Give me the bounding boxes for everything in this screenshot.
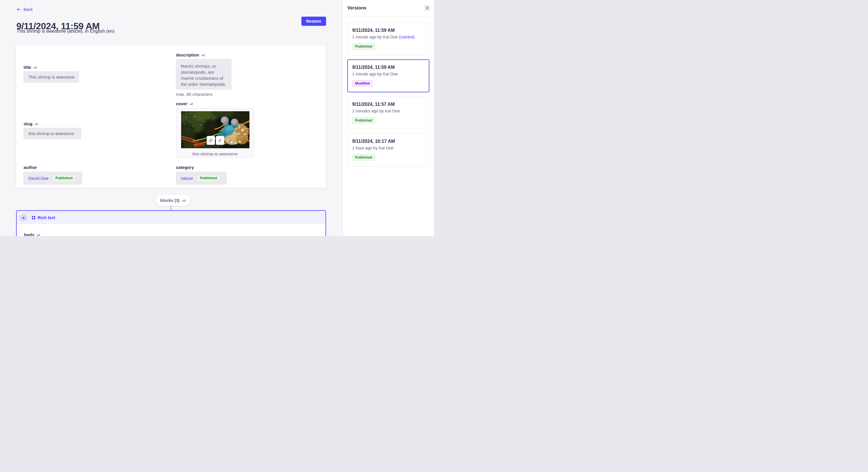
version-status-badge: Published	[352, 117, 375, 124]
version-status-badge: Published	[352, 154, 375, 161]
globe-icon	[189, 102, 193, 105]
cover-actions	[181, 136, 249, 145]
version-history-page: Back 9/11/2024, 11:59 AM This shrimp is …	[0, 0, 434, 236]
cover-edit-button[interactable]	[216, 136, 224, 145]
globe-icon	[201, 53, 205, 57]
category-status-badge: Published	[197, 175, 220, 181]
version-meta: 1 minute ago by Kai Doe	[352, 72, 425, 76]
collapse-toggle-button[interactable]	[20, 214, 27, 222]
arrow-left-icon	[17, 7, 21, 12]
cover-copy-link-button[interactable]	[207, 136, 215, 145]
title-input: This shrimp is awesome	[24, 71, 79, 82]
blocks-field-pill[interactable]: blocks (3)	[155, 195, 191, 206]
version-meta: 1 minute ago by Kai Doe (current)	[352, 35, 425, 39]
title-field: title This shrimp is awesome	[24, 65, 79, 82]
description-field: description Mantis shrimps, or stomatopo…	[176, 53, 231, 97]
cover-filename: this-shrimp-is-awesome	[176, 151, 254, 156]
description-hint: max. 80 characters	[176, 92, 231, 97]
cover-label: cover	[176, 101, 187, 106]
globe-icon	[182, 198, 186, 202]
version-card[interactable]: 9/11/2024, 11:59 AM 1 minute ago by Kai …	[347, 22, 429, 55]
page-subtitle: This shrimp is awesome (article), in Eng…	[17, 29, 115, 34]
cover-field: cover	[176, 101, 254, 158]
back-label: Back	[24, 7, 33, 12]
back-link[interactable]: Back	[17, 7, 33, 12]
author-status-badge: Published	[53, 175, 75, 181]
rich-text-component: Rich text body	[16, 210, 326, 236]
category-relation-link[interactable]: nature	[181, 176, 193, 181]
description-textarea: Mantis shrimps, or stomatopods, are mari…	[176, 59, 231, 90]
versions-list: 9/11/2024, 11:59 AM 1 minute ago by Kai …	[343, 16, 434, 172]
main-content: Back 9/11/2024, 11:59 AM This shrimp is …	[0, 0, 342, 236]
rich-text-header[interactable]: Rich text	[17, 211, 326, 224]
globe-icon	[34, 122, 38, 126]
category-relation-box: nature Published	[176, 172, 227, 184]
version-status-badge: Modified	[352, 80, 373, 87]
slug-field: slug this-shrimp-is-awesome	[24, 121, 81, 139]
body-label: body	[24, 232, 34, 236]
version-meta: 1 hour ago by Kai Doe	[352, 146, 425, 150]
version-card[interactable]: 9/11/2024, 11:57 AM 2 minutes ago by Kai…	[347, 96, 429, 129]
globe-icon	[33, 65, 37, 69]
version-card[interactable]: 9/11/2024, 10:17 AM 1 hour ago by Kai Do…	[347, 133, 429, 166]
versions-title: Versions	[347, 5, 367, 11]
version-card[interactable]: 9/11/2024, 11:59 AM 1 minute ago by Kai …	[347, 59, 429, 92]
version-current-label: (current)	[399, 35, 415, 39]
versions-sidebar: Versions 4 9/11/2024, 11:59 AM 1 minute …	[342, 0, 434, 236]
cover-image	[181, 111, 249, 148]
pencil-icon	[218, 138, 222, 142]
version-date: 9/11/2024, 11:59 AM	[352, 65, 425, 70]
link-icon	[209, 138, 213, 142]
slug-input: this-shrimp-is-awesome	[24, 128, 81, 139]
chevron-up-icon	[22, 217, 25, 218]
version-date: 9/11/2024, 10:17 AM	[352, 139, 425, 144]
versions-count-badge: 4	[424, 5, 430, 11]
author-label: author	[24, 165, 37, 170]
versions-header: Versions 4	[343, 0, 434, 16]
category-field: category nature Published	[176, 165, 227, 184]
author-field: author David Doe Published	[24, 165, 82, 184]
component-grid-icon	[32, 216, 35, 220]
title-label: title	[24, 65, 31, 70]
author-relation-link[interactable]: David Doe	[28, 176, 49, 181]
globe-icon	[36, 233, 40, 236]
version-status-badge: Published	[352, 43, 375, 50]
version-date: 9/11/2024, 11:57 AM	[352, 102, 425, 107]
blocks-connector	[170, 205, 172, 210]
restore-button[interactable]: Restore	[301, 16, 326, 26]
slug-label: slug	[24, 121, 32, 126]
category-label: category	[176, 165, 194, 170]
author-relation-box: David Doe Published	[24, 172, 82, 184]
component-name: Rich text	[38, 215, 55, 220]
version-meta: 2 minutes ago by Kai Doe	[352, 109, 425, 113]
fields-card: description Mantis shrimps, or stomatopo…	[16, 45, 326, 188]
cover-card: this-shrimp-is-awesome	[176, 108, 254, 158]
description-label: description	[176, 53, 199, 57]
blocks-pill-label: blocks (3)	[160, 198, 180, 203]
version-date: 9/11/2024, 11:59 AM	[352, 28, 425, 33]
rich-text-body: body	[17, 224, 326, 236]
